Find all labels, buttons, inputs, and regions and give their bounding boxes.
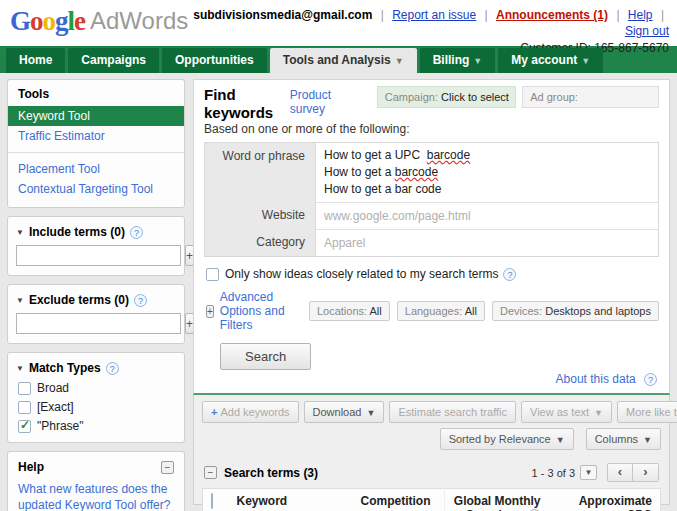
help-question-icon[interactable]: ? [130,226,143,239]
help-question-icon[interactable]: ? [503,268,516,281]
category-input[interactable]: Apparel [315,229,658,256]
locations-filter[interactable]: Locations: All [309,301,390,321]
advanced-options-link[interactable]: Advanced Options and Filters [220,290,302,332]
collapse-triangle-icon: ▼ [16,296,24,305]
sidebar-item-traffic-estimator[interactable]: Traffic Estimator [8,126,184,146]
include-terms-header[interactable]: ▼ Include terms (0) ? [16,225,176,239]
expand-plus-icon[interactable]: + [206,305,214,318]
match-type-phrase: "Phrase" [16,419,176,433]
match-types-header[interactable]: ▼ Match Types ? [16,361,176,375]
tab-opportunities[interactable]: Opportunities [162,48,267,73]
phrase-checkbox[interactable] [18,420,31,433]
sign-out-link[interactable]: Sign out [625,24,669,38]
columns-button[interactable]: Columns▼ [586,428,661,450]
about-this-data-link[interactable]: About this data [556,372,636,386]
next-page-button[interactable]: › [633,463,659,482]
tab-home[interactable]: Home [6,48,65,73]
page-title: Find keywords [204,86,286,122]
divider [8,152,184,153]
languages-filter[interactable]: Languages: All [397,301,485,321]
help-link-item[interactable]: What new features does the updated Keywo… [18,482,174,511]
sidebar-item-keyword-tool[interactable]: Keyword Tool [8,106,184,126]
estimate-search-traffic-button[interactable]: Estimate search traffic [389,401,516,423]
chevron-down-icon: ▼ [643,435,652,445]
search-terms-heading: Search terms (3) [224,466,318,480]
chevron-down-icon: ▼ [556,435,565,445]
word-or-phrase-textarea[interactable]: How to get a UPC barcode How to get a ba… [315,143,658,202]
col-approximate-cpc: Approximate CPC (Search) ? [549,489,661,511]
exclude-terms-input[interactable] [16,313,181,334]
chevron-down-icon: ▼ [395,56,404,66]
tab-tools-and-analysis[interactable]: Tools and Analysis▼ [270,48,417,73]
include-terms-input[interactable] [16,245,181,266]
tools-panel: Tools Keyword Tool Traffic Estimator Pla… [7,79,185,208]
keywords-table: Keyword Competition Global Monthly Searc… [202,488,661,511]
help-heading: Help [18,460,44,474]
sidebar: Tools Keyword Tool Traffic Estimator Pla… [7,79,185,505]
table-header-row: Keyword Competition Global Monthly Searc… [203,489,661,511]
announcements-link[interactable]: Announcements (1) [496,8,608,22]
match-type-exact: [Exact] [16,400,176,414]
help-panel: Help − What new features does the update… [7,451,185,511]
misspelled-word: barcode [395,165,438,179]
product-survey-link[interactable]: Product survey [290,88,361,116]
view-as-text-button[interactable]: View as text▼ [521,401,612,423]
select-all-checkbox[interactable] [211,493,213,509]
match-type-broad: Broad [16,381,176,395]
chevron-down-icon: ▼ [581,56,590,66]
main-area: Find keywords Product survey Campaign: C… [193,79,670,505]
collapse-triangle-icon: ▼ [16,228,24,237]
google-logo: Google [10,8,85,35]
sidebar-item-placement-tool[interactable]: Placement Tool [8,159,184,179]
chevron-down-icon: ▼ [366,408,375,418]
sidebar-item-contextual-targeting-tool[interactable]: Contextual Targeting Tool [8,179,184,199]
prev-page-button[interactable]: ‹ [607,463,633,482]
main-nav: Home Campaigns Opportunities Tools and A… [0,46,677,73]
tab-billing[interactable]: Billing▼ [420,48,496,73]
page-dropdown[interactable]: ▼ [580,465,597,480]
related-terms-checkbox[interactable] [206,268,219,281]
adwords-wordmark: AdWords [90,9,188,33]
website-input[interactable]: www.google.com/page.html [315,202,658,229]
collapse-triangle-icon: ▼ [16,364,24,373]
tab-my-account[interactable]: My account▼ [498,48,603,73]
keyword-form: Word or phrase How to get a UPC barcode … [204,142,659,257]
collapse-minus-icon[interactable]: − [204,466,217,479]
col-global-monthly-searches: Global Monthly Searches ? [445,489,549,511]
tab-campaigns[interactable]: Campaigns [68,48,159,73]
col-competition: Competition [353,489,445,511]
exclude-terms-header[interactable]: ▼ Exclude terms (0) ? [16,293,176,307]
help-question-icon[interactable]: ? [106,362,119,375]
search-button[interactable]: Search [220,343,311,370]
website-placeholder: www.google.com/page.html [324,207,650,225]
sorted-by-button[interactable]: Sorted by Relevance▼ [440,428,574,450]
collapse-minus-icon[interactable]: − [161,461,174,474]
category-label: Category [205,229,315,256]
plus-icon: + [211,406,217,418]
download-button[interactable]: Download▼ [304,401,385,423]
word-or-phrase-label: Word or phrase [205,143,315,202]
match-types-panel: ▼ Match Types ? Broad [Exact] "Phrase" [7,352,185,443]
user-email: subdivisionsmedia@gmail.com [193,8,372,22]
related-terms-label: Only show ideas closely related to my se… [225,267,498,281]
report-issue-link[interactable]: Report an issue [392,8,476,22]
broad-checkbox[interactable] [18,382,31,395]
tools-heading: Tools [8,87,184,106]
ad-group-selector[interactable]: Ad group: [522,86,659,108]
add-keywords-button[interactable]: +Add keywords [202,401,299,423]
website-label: Website [205,202,315,229]
account-info: subdivisionsmedia@gmail.com | Report an … [188,5,669,46]
help-question-icon[interactable]: ? [134,294,147,307]
help-link[interactable]: Help [628,8,653,22]
find-keywords-section: Find keywords Product survey Campaign: C… [193,79,670,395]
devices-filter[interactable]: Devices: Desktops and laptops [492,301,659,321]
exact-checkbox[interactable] [18,401,31,414]
category-placeholder: Apparel [324,234,650,252]
page-content: Tools Keyword Tool Traffic Estimator Pla… [0,73,677,511]
more-like-these-button[interactable]: More like these▼ [617,401,677,423]
col-keyword: Keyword [229,489,353,511]
chevron-down-icon: ▼ [473,56,482,66]
campaign-selector[interactable]: Campaign: Click to select [377,86,516,108]
help-question-icon[interactable]: ? [644,373,657,386]
exclude-terms-panel: ▼ Exclude terms (0) ? + [7,284,185,344]
